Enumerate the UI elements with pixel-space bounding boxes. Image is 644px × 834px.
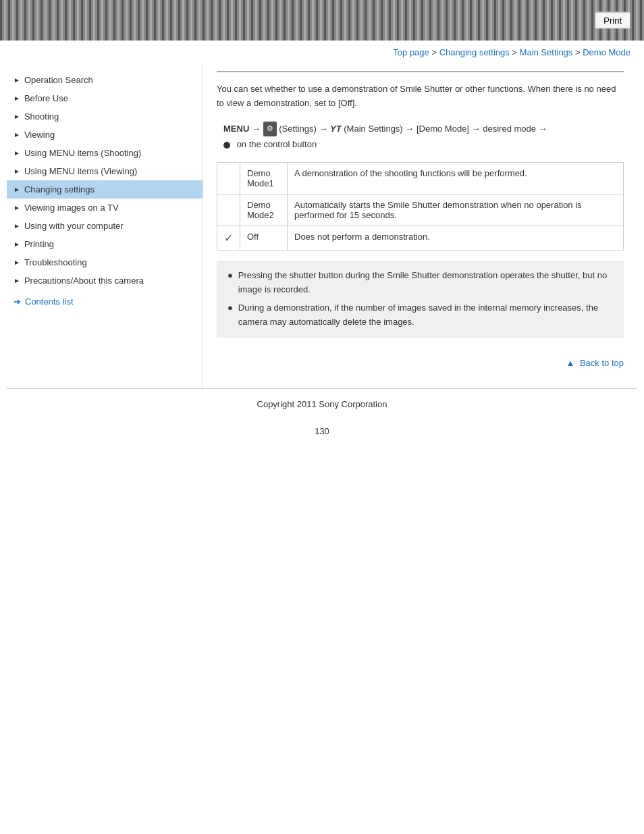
main-settings-icon: ΥΤ xyxy=(330,124,342,134)
bullet-circle xyxy=(223,139,234,149)
sidebar-item-menu-viewing[interactable]: ► Using MENU items (Viewing) xyxy=(7,162,203,180)
arrow-icon: ► xyxy=(14,204,20,211)
title-divider xyxy=(217,71,624,72)
breadcrumb-demo-mode[interactable]: Demo Mode xyxy=(583,47,630,57)
menu-keyword: MENU xyxy=(223,124,249,134)
note-text: Pressing the shutter button during the S… xyxy=(238,269,613,297)
arrow-icon: → xyxy=(405,124,417,134)
sidebar-item-viewing[interactable]: ► Viewing xyxy=(7,126,203,144)
main-settings-label: (Main Settings) xyxy=(344,124,405,134)
notes-box: ● Pressing the shutter button during the… xyxy=(217,261,624,337)
contents-list-link[interactable]: ➔ Contents list xyxy=(7,290,203,313)
arrow-icon: ► xyxy=(14,149,20,157)
sidebar-item-changing-settings[interactable]: ► Changing settings xyxy=(7,180,203,199)
arrow-icon: ► xyxy=(14,186,20,193)
demo-mode-label: [Demo Mode] xyxy=(417,124,469,134)
print-button[interactable]: Print xyxy=(595,12,630,29)
table-cell-description: Does not perform a demonstration. xyxy=(288,226,624,251)
table-row: DemoMode1 A demonstration of the shootin… xyxy=(217,163,624,194)
content-area: You can set whether to use a demonstrati… xyxy=(203,64,637,388)
bullet-icon: ● xyxy=(227,301,233,315)
arrow-right-icon: ➔ xyxy=(14,296,21,307)
table-cell-icon xyxy=(217,163,240,194)
arrow-icon: ► xyxy=(14,259,20,266)
menu-instruction: MENU → ⚙ (Settings) → ΥΤ (Main Settings)… xyxy=(217,121,624,153)
contents-list-anchor[interactable]: Contents list xyxy=(25,296,74,307)
note-item: ● During a demonstration, if the number … xyxy=(227,301,613,330)
sidebar-item-operation-search[interactable]: ► Operation Search xyxy=(7,71,203,89)
breadcrumb-changing-settings[interactable]: Changing settings xyxy=(439,47,510,57)
copyright-text: Copyright 2011 Sony Corporation xyxy=(257,399,387,409)
arrow-icon: ► xyxy=(14,76,20,84)
arrow-icon: ► xyxy=(14,240,20,248)
triangle-up-icon: ▲ xyxy=(566,358,574,368)
table-cell-description: A demonstration of the shooting function… xyxy=(288,163,624,194)
back-to-top-link[interactable]: ▲ Back to top xyxy=(566,358,624,368)
note-text: During a demonstration, if the number of… xyxy=(238,301,613,330)
arrow-icon: → xyxy=(472,124,483,134)
breadcrumb-top-page[interactable]: Top page xyxy=(393,47,429,57)
footer: Copyright 2011 Sony Corporation xyxy=(0,389,644,419)
arrow-icon: → xyxy=(539,124,547,134)
table-cell-mode: DemoMode1 xyxy=(240,163,288,194)
sidebar-item-menu-shooting[interactable]: ► Using MENU items (Shooting) xyxy=(7,144,203,162)
arrow-icon: ► xyxy=(14,113,20,120)
page-number: 130 xyxy=(0,419,644,443)
table-cell-mode: Off xyxy=(240,226,288,251)
table-row: DemoMode2 Automatically starts the Smile… xyxy=(217,194,624,226)
sidebar-item-troubleshooting[interactable]: ► Troubleshooting xyxy=(7,253,203,271)
sidebar: ► Operation Search ► Before Use ► Shooti… xyxy=(7,64,203,388)
breadcrumb-main-settings[interactable]: Main Settings xyxy=(520,47,573,57)
header-bar: Print xyxy=(0,0,644,41)
main-layout: ► Operation Search ► Before Use ► Shooti… xyxy=(0,64,644,388)
back-to-top[interactable]: ▲ Back to top xyxy=(217,351,624,375)
desired-mode-label: desired mode xyxy=(483,124,536,134)
sidebar-item-printing[interactable]: ► Printing xyxy=(7,235,203,253)
arrow-icon: → xyxy=(319,124,330,134)
sidebar-item-viewing-tv[interactable]: ► Viewing images on a TV xyxy=(7,199,203,217)
control-button-text: on the control button xyxy=(237,139,317,149)
sidebar-item-before-use[interactable]: ► Before Use xyxy=(7,89,203,107)
table-cell-icon xyxy=(217,194,240,226)
breadcrumb: Top page > Changing settings > Main Sett… xyxy=(0,41,644,64)
arrow-icon: ► xyxy=(14,167,20,175)
bullet-icon: ● xyxy=(227,269,233,283)
sidebar-item-using-computer[interactable]: ► Using with your computer xyxy=(7,217,203,235)
sidebar-item-shooting[interactable]: ► Shooting xyxy=(7,107,203,126)
description-text: You can set whether to use a demonstrati… xyxy=(217,82,624,111)
sidebar-item-precautions[interactable]: ► Precautions/About this camera xyxy=(7,271,203,290)
settings-icon: ⚙ xyxy=(263,122,277,136)
table-cell-checkmark: ✓ xyxy=(217,226,240,251)
checkmark-icon: ✓ xyxy=(224,232,233,244)
demo-table: DemoMode1 A demonstration of the shootin… xyxy=(217,162,624,251)
settings-label: (Settings) xyxy=(279,124,319,134)
table-cell-description: Automatically starts the Smile Shutter d… xyxy=(288,194,624,226)
table-cell-mode: DemoMode2 xyxy=(240,194,288,226)
arrow-icon: ► xyxy=(14,277,20,284)
arrow-icon: → xyxy=(252,124,263,134)
arrow-icon: ► xyxy=(14,222,20,230)
note-item: ● Pressing the shutter button during the… xyxy=(227,269,613,297)
arrow-icon: ► xyxy=(14,131,20,138)
arrow-icon: ► xyxy=(14,95,20,102)
table-row: ✓ Off Does not perform a demonstration. xyxy=(217,226,624,251)
